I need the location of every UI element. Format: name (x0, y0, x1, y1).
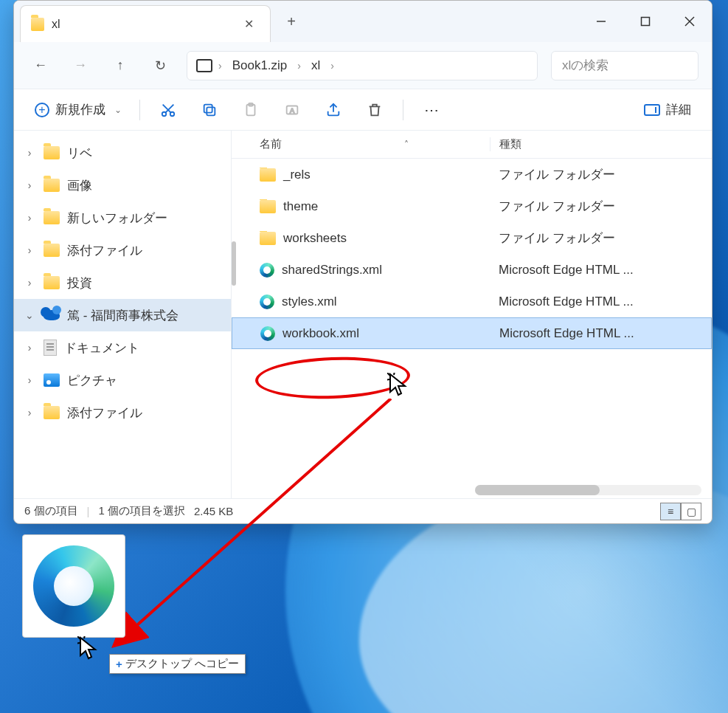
tree-item[interactable]: ›ピクチャ (14, 364, 231, 396)
status-selection: 1 個の項目を選択 (98, 504, 185, 518)
tree-item[interactable]: ›添付ファイル (14, 396, 231, 429)
tab-title: xl (52, 18, 231, 31)
desktop-drop-target[interactable] (22, 534, 133, 638)
tree-item[interactable]: ›新しいフォルダー (14, 202, 231, 234)
more-button[interactable]: ⋯ (414, 95, 449, 125)
onedrive-icon (44, 310, 60, 320)
paste-button[interactable] (233, 95, 268, 125)
chevron-right-icon[interactable]: › (23, 277, 36, 289)
chevron-right-icon[interactable]: › (23, 374, 36, 386)
tree-item[interactable]: ›リベ (14, 137, 231, 169)
file-row[interactable]: themeファイル フォルダー (232, 190, 712, 222)
tree-item-onedrive[interactable]: ⌄篤 - 福間商事株式会 (14, 299, 231, 331)
tree-item[interactable]: ›添付ファイル (14, 234, 231, 266)
folder-icon (44, 179, 60, 192)
folder-icon (260, 168, 276, 182)
file-row[interactable]: worksheetsファイル フォルダー (232, 222, 712, 254)
details-toggle-button[interactable]: 詳細 (637, 97, 698, 123)
tree-item[interactable]: ›画像 (14, 169, 231, 202)
file-row[interactable]: styles.xmlMicrosoft Edge HTML ... (232, 286, 712, 317)
chevron-right-icon[interactable]: › (23, 407, 36, 418)
share-button[interactable] (316, 95, 351, 125)
svg-text:A: A (290, 106, 295, 114)
details-pane-icon (644, 104, 660, 116)
file-row[interactable]: sharedStrings.xmlMicrosoft Edge HTML ... (232, 254, 712, 286)
file-name: workbook.xml (282, 326, 359, 341)
tree-item[interactable]: ›ドキュメント (14, 331, 231, 364)
column-type-header[interactable]: 種類 (490, 137, 712, 151)
maximize-button[interactable] (623, 1, 668, 42)
copy-button[interactable] (192, 95, 227, 125)
file-row-selected[interactable]: workbook.xmlMicrosoft Edge HTML ... (232, 317, 712, 349)
this-pc-icon (196, 59, 212, 72)
up-button[interactable]: ↑ (107, 52, 134, 79)
chevron-right-icon[interactable]: › (23, 147, 36, 159)
close-window-button[interactable] (668, 1, 712, 42)
tree-label: 画像 (67, 177, 92, 194)
file-name: styles.xml (282, 294, 337, 309)
tiles-view-button[interactable]: ▢ (681, 503, 701, 520)
file-row[interactable]: _relsファイル フォルダー (232, 159, 712, 190)
delete-button[interactable] (357, 95, 392, 125)
edge-icon (260, 326, 275, 341)
refresh-button[interactable]: ↻ (147, 52, 173, 79)
tree-label: 篤 - 福間商事株式会 (67, 307, 178, 324)
rename-button[interactable]: A (274, 95, 310, 125)
status-bar: 6 個の項目 | 1 個の項目を選択 2.45 KB ≡ ▢ (14, 498, 712, 523)
separator: | (87, 505, 90, 517)
folder-icon (44, 244, 60, 257)
drop-tooltip-label: デスクトップ へコピー (125, 657, 239, 671)
breadcrumb-seg-2[interactable]: xl (307, 57, 325, 75)
edge-icon (260, 263, 274, 278)
horizontal-scrollbar[interactable] (475, 485, 701, 495)
separator (139, 100, 140, 120)
back-button[interactable]: ← (27, 52, 54, 79)
file-name: theme (283, 199, 318, 214)
drop-tooltip: デスクトップ へコピー (109, 654, 246, 674)
svg-line-16 (394, 373, 395, 375)
new-button[interactable]: + 新規作成 ⌄ (27, 97, 129, 123)
chevron-right-icon[interactable]: › (23, 244, 36, 256)
cut-button[interactable] (150, 95, 186, 125)
search-placeholder: xlの検索 (562, 57, 609, 74)
col-name-label: 名前 (260, 137, 282, 151)
view-switcher: ≡ ▢ (660, 503, 701, 520)
tree-label: ピクチャ (67, 372, 117, 389)
tree-label: 投資 (67, 275, 92, 292)
folder-icon (44, 406, 60, 419)
chevron-down-icon[interactable]: ⌄ (23, 309, 36, 321)
address-bar[interactable]: › Book1.zip › xl › (187, 51, 538, 80)
chevron-down-icon: ⌄ (114, 105, 122, 115)
forward-button[interactable]: → (67, 52, 94, 79)
svg-line-17 (387, 379, 389, 380)
folder-icon (260, 232, 276, 245)
column-name-header[interactable]: 名前˄ (232, 137, 490, 151)
documents-icon (44, 340, 57, 356)
tab-current[interactable]: xl ✕ (20, 5, 271, 42)
minimize-button[interactable] (579, 1, 623, 42)
file-name: _rels (283, 168, 311, 182)
new-label: 新規作成 (55, 101, 105, 118)
explorer-window: xl ✕ + ← → ↑ ↻ › Book1.zip › xl › xlの検索 … (13, 0, 713, 524)
folder-icon (260, 200, 276, 213)
body: ›リベ ›画像 ›新しいフォルダー ›添付ファイル ›投資 ⌄篤 - 福間商事株… (14, 131, 712, 498)
command-toolbar: + 新規作成 ⌄ A ⋯ 詳細 (14, 89, 712, 131)
chevron-right-icon[interactable]: › (23, 179, 36, 191)
pane-resizer[interactable] (232, 241, 236, 286)
chevron-right-icon[interactable]: › (23, 342, 36, 354)
chevron-right-icon[interactable]: › (23, 212, 36, 224)
file-type: Microsoft Edge HTML ... (490, 263, 712, 278)
drop-tile (22, 534, 125, 638)
breadcrumb-seg-1[interactable]: Book1.zip (228, 57, 292, 75)
close-tab-icon[interactable]: ✕ (238, 14, 260, 34)
new-tab-button[interactable]: + (271, 1, 312, 42)
search-input[interactable]: xlの検索 (551, 51, 698, 80)
details-view-button[interactable]: ≡ (660, 503, 681, 520)
tree-item[interactable]: ›投資 (14, 266, 231, 299)
tree-label: リベ (67, 145, 92, 162)
edge-icon (260, 294, 274, 309)
titlebar: xl ✕ + (14, 1, 712, 42)
nav-tree[interactable]: ›リベ ›画像 ›新しいフォルダー ›添付ファイル ›投資 ⌄篤 - 福間商事株… (14, 131, 232, 498)
pictures-icon (44, 373, 60, 387)
sort-ascending-icon: ˄ (404, 140, 409, 150)
